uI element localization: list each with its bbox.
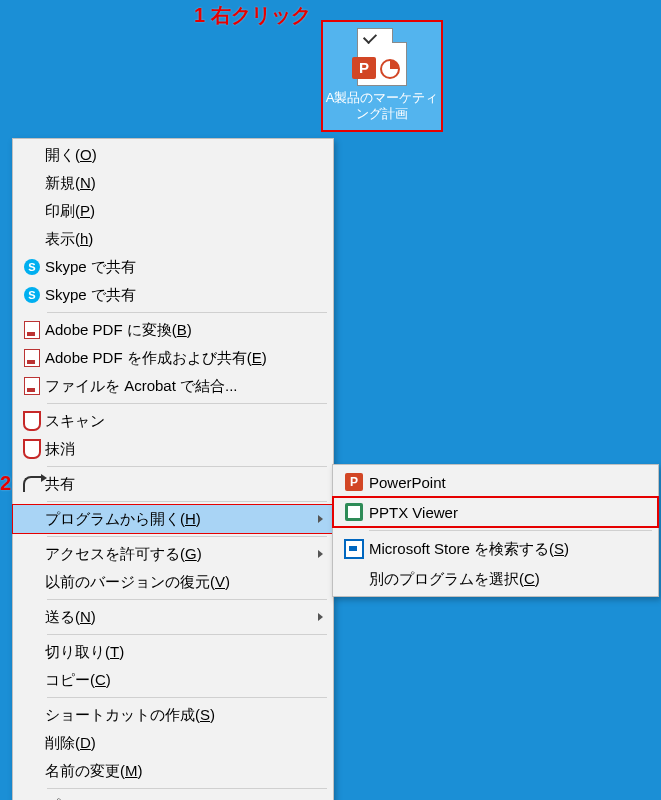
menu-separator bbox=[47, 599, 327, 600]
desktop-file-label: A製品のマーケティング計画 bbox=[323, 90, 441, 122]
submenu-arrow-icon bbox=[318, 550, 323, 558]
powerpoint-slide-icon bbox=[380, 59, 400, 79]
share-icon bbox=[23, 476, 41, 492]
menu-separator bbox=[369, 530, 652, 531]
powerpoint-badge-icon: P bbox=[352, 57, 376, 79]
menu-skype-share-2[interactable]: S Skype で共有 bbox=[13, 281, 333, 309]
pdf-icon bbox=[24, 349, 40, 367]
submenu-search-store[interactable]: Microsoft Store を検索する(S) bbox=[333, 534, 658, 564]
menu-share[interactable]: 共有 bbox=[13, 470, 333, 498]
submenu-arrow-icon bbox=[318, 613, 323, 621]
desktop-file-icon[interactable]: P A製品のマーケティング計画 bbox=[323, 22, 441, 130]
menu-send-to[interactable]: 送る(N) bbox=[13, 603, 333, 631]
menu-separator bbox=[47, 501, 327, 502]
annotation-2: 2 bbox=[0, 472, 11, 495]
menu-separator bbox=[47, 697, 327, 698]
menu-open[interactable]: 開く(O) bbox=[13, 141, 333, 169]
skype-icon: S bbox=[24, 259, 40, 275]
menu-skype-share-1[interactable]: S Skype で共有 bbox=[13, 253, 333, 281]
menu-cut[interactable]: 切り取り(T) bbox=[13, 638, 333, 666]
menu-copy[interactable]: コピー(C) bbox=[13, 666, 333, 694]
menu-show[interactable]: 表示(h) bbox=[13, 225, 333, 253]
pptx-viewer-icon bbox=[345, 503, 363, 521]
checkmark-icon bbox=[363, 30, 377, 44]
submenu-choose-another-program[interactable]: 別のプログラムを選択(C) bbox=[333, 564, 658, 594]
open-with-submenu: P PowerPoint PPTX Viewer Microsoft Store… bbox=[332, 464, 659, 597]
mcafee-shield-icon bbox=[23, 411, 41, 431]
menu-separator bbox=[47, 634, 327, 635]
menu-acrobat-combine[interactable]: ファイルを Acrobat で結合... bbox=[13, 372, 333, 400]
menu-scan[interactable]: スキャン bbox=[13, 407, 333, 435]
ms-store-icon bbox=[344, 539, 364, 559]
menu-separator bbox=[47, 403, 327, 404]
menu-erase[interactable]: 抹消 bbox=[13, 435, 333, 463]
context-menu: 開く(O) 新規(N) 印刷(P) 表示(h) S Skype で共有 S Sk… bbox=[12, 138, 334, 800]
menu-separator bbox=[47, 536, 327, 537]
pdf-icon bbox=[24, 321, 40, 339]
menu-separator bbox=[47, 788, 327, 789]
powerpoint-file-icon: P bbox=[357, 28, 407, 86]
submenu-arrow-icon bbox=[318, 515, 323, 523]
pdf-icon bbox=[24, 377, 40, 395]
menu-properties[interactable]: プロパティ(R) bbox=[13, 792, 333, 800]
menu-new[interactable]: 新規(N) bbox=[13, 169, 333, 197]
mcafee-shield-icon bbox=[23, 439, 41, 459]
menu-delete[interactable]: 削除(D) bbox=[13, 729, 333, 757]
menu-previous-versions[interactable]: 以前のバージョンの復元(V) bbox=[13, 568, 333, 596]
menu-separator bbox=[47, 466, 327, 467]
menu-adobe-pdf-convert[interactable]: Adobe PDF に変換(B) bbox=[13, 316, 333, 344]
powerpoint-icon: P bbox=[345, 473, 363, 491]
submenu-pptx-viewer[interactable]: PPTX Viewer bbox=[333, 497, 658, 527]
menu-print[interactable]: 印刷(P) bbox=[13, 197, 333, 225]
menu-create-shortcut[interactable]: ショートカットの作成(S) bbox=[13, 701, 333, 729]
submenu-powerpoint[interactable]: P PowerPoint bbox=[333, 467, 658, 497]
skype-icon: S bbox=[24, 287, 40, 303]
menu-separator bbox=[47, 312, 327, 313]
menu-rename[interactable]: 名前の変更(M) bbox=[13, 757, 333, 785]
menu-adobe-pdf-create-share[interactable]: Adobe PDF を作成および共有(E) bbox=[13, 344, 333, 372]
annotation-1: 1 右クリック bbox=[194, 2, 311, 29]
menu-grant-access[interactable]: アクセスを許可する(G) bbox=[13, 540, 333, 568]
menu-open-with[interactable]: プログラムから開く(H) bbox=[13, 505, 333, 533]
